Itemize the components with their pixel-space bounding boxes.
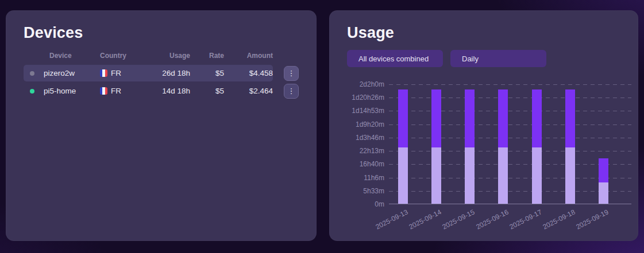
usage-bar-segment-bottom-segment <box>599 182 608 204</box>
france-flag-icon <box>100 69 107 77</box>
usage-chart: 0m5h33m11h6m16h40m22h13m1d3h46m1d9h20m1d… <box>347 80 631 232</box>
kebab-icon: ⋮ <box>288 69 295 77</box>
gridline <box>389 178 631 178</box>
y-axis-tick-label: 22h13m <box>360 147 384 155</box>
country-code: FR <box>111 87 121 95</box>
usage-bar-segment-bottom-segment <box>498 147 508 204</box>
usage-filters: All devices combined Daily <box>347 50 620 67</box>
device-amount: $2.464 <box>224 87 273 95</box>
usage-bar-segment-bottom-segment <box>465 147 475 204</box>
device-rate: $5 <box>190 69 224 77</box>
devices-panel: Devices Device Country Usage Rate Amount… <box>6 10 317 241</box>
interval-filter-select[interactable]: Daily <box>450 50 546 67</box>
gridline <box>389 98 631 98</box>
table-row-pizero2w[interactable]: pizero2w FR 26d 18h $5 $4.458 ⋮ <box>24 65 299 81</box>
col-header-country: Country <box>98 52 161 60</box>
y-axis-tick-label: 11h6m <box>364 174 384 182</box>
gridline <box>389 151 631 151</box>
device-amount: $4.458 <box>224 69 273 77</box>
device-menu-button[interactable]: ⋮ <box>284 84 299 99</box>
gridline <box>389 138 631 138</box>
usage-chart-y-axis: 0m5h33m11h6m16h40m22h13m1d3h46m1d9h20m1d… <box>347 84 389 204</box>
gridline <box>389 164 631 165</box>
usage-bar-segment-top-segment <box>498 89 508 147</box>
y-axis-tick-label: 5h33m <box>363 187 384 195</box>
usage-bar-segment-bottom-segment <box>565 147 575 204</box>
gridline <box>389 84 631 85</box>
device-country: FR <box>98 69 161 77</box>
table-row-pi5-home[interactable]: pi5-home FR 14d 18h $5 $2.464 ⋮ <box>24 83 299 99</box>
y-axis-tick-label: 1d20h26m <box>352 94 384 102</box>
device-usage: 26d 18h <box>161 69 190 77</box>
country-code: FR <box>111 69 121 77</box>
usage-bar-segment-top-segment <box>532 89 542 147</box>
usage-bar-segment-top-segment <box>565 89 575 147</box>
device-menu-button[interactable]: ⋮ <box>284 66 299 81</box>
usage-bar-segment-top-segment <box>465 89 475 147</box>
usage-panel: Usage All devices combined Daily 0m5h33m… <box>329 10 638 241</box>
usage-bar-segment-top-segment <box>398 89 408 147</box>
devices-title: Devices <box>24 24 299 42</box>
gridline <box>389 191 631 192</box>
devices-table-header: Device Country Usage Rate Amount <box>24 50 299 61</box>
col-header-rate: Rate <box>190 52 224 60</box>
devices-table: Device Country Usage Rate Amount pizero2… <box>24 50 299 99</box>
y-axis-tick-label: 16h40m <box>360 160 384 168</box>
y-axis-tick-label: 0m <box>375 200 384 208</box>
usage-bar-segment-bottom-segment <box>532 147 542 204</box>
usage-bar-segment-bottom-segment <box>398 147 408 204</box>
device-name: pizero2w <box>41 69 98 77</box>
device-filter-select[interactable]: All devices combined <box>347 50 443 67</box>
device-name: pi5-home <box>41 87 98 95</box>
device-usage: 14d 18h <box>161 87 190 95</box>
col-header-device: Device <box>41 52 98 60</box>
gridline <box>389 111 631 111</box>
col-header-usage: Usage <box>161 52 190 60</box>
y-axis-tick-label: 1d3h46m <box>356 134 384 142</box>
gridline <box>389 124 631 125</box>
usage-chart-plot: 2025-09-132025-09-142025-09-152025-09-16… <box>389 84 631 204</box>
y-axis-tick-label: 1d9h20m <box>356 120 384 129</box>
usage-title: Usage <box>347 24 620 42</box>
kebab-icon: ⋮ <box>288 87 295 95</box>
col-header-amount: Amount <box>224 52 273 60</box>
usage-bar-segment-top-segment <box>599 158 608 182</box>
y-axis-tick-label: 1d14h53m <box>352 107 384 115</box>
status-dot <box>30 71 34 76</box>
france-flag-icon <box>100 87 107 95</box>
usage-bar-segment-top-segment <box>431 89 441 147</box>
usage-bar-segment-bottom-segment <box>431 147 441 204</box>
device-country: FR <box>98 87 161 95</box>
device-rate: $5 <box>190 87 224 95</box>
dashboard: Devices Device Country Usage Rate Amount… <box>0 0 644 253</box>
y-axis-tick-label: 2d2h0m <box>360 80 384 88</box>
status-dot <box>30 89 34 94</box>
